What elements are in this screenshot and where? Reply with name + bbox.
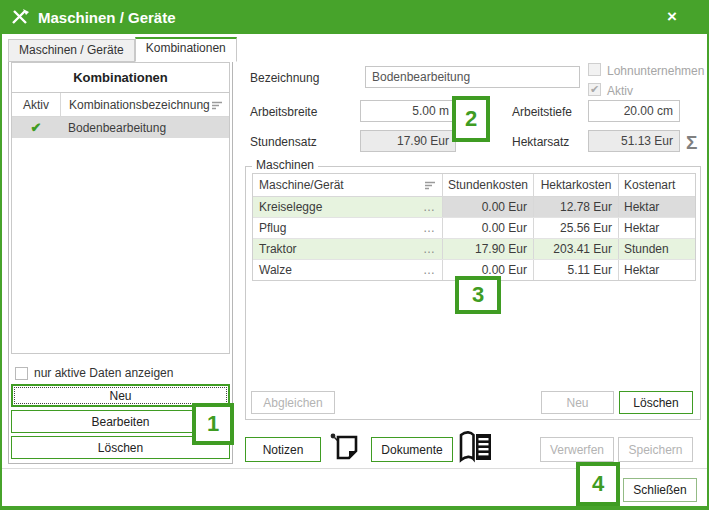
arbeitsbreite-input[interactable]: 5.00 m <box>360 100 456 122</box>
cell-maschine: Walze … <box>253 260 443 280</box>
cell-stundenkosten: 17.90 Eur <box>443 239 534 259</box>
cell-stundenkosten: 0.00 Eur <box>443 197 534 217</box>
cell-maschine: Kreiselegge … <box>253 197 443 217</box>
row-actions-ellipsis[interactable]: … <box>423 263 436 277</box>
maschine-name: Kreiselegge <box>259 200 322 214</box>
cell-hektarkosten: 12.78 Eur <box>534 197 619 217</box>
table-row-kreiselegge[interactable]: Kreiselegge … 0.00 Eur 12.78 Eur Hektar <box>253 197 695 218</box>
arbeitstiefe-label: Arbeitstiefe <box>512 105 572 119</box>
speichern-button[interactable]: Speichern <box>618 437 693 462</box>
note-icon <box>326 429 362 469</box>
kombination-list-item[interactable]: ✔ Bodenbearbeitung <box>12 117 229 138</box>
cell-kostenart: Hektar <box>619 197 695 217</box>
cell-maschine: Traktor … <box>253 239 443 259</box>
sum-sigma-icon[interactable]: Σ <box>686 132 697 154</box>
maschinen-group-legend: Maschinen <box>252 158 318 172</box>
close-icon[interactable]: × <box>667 7 677 27</box>
maschinen-loeschen-button[interactable]: Löschen <box>619 391 693 414</box>
table-row-traktor[interactable]: Traktor … 17.90 Eur 203.41 Eur Stunden <box>253 239 695 260</box>
arbeitstiefe-input[interactable]: 20.00 cm <box>588 100 680 122</box>
annotation-badge-3: 3 <box>455 276 501 314</box>
aktiv-checkbox-check-icon: ✔ <box>590 84 599 95</box>
sort-icon[interactable] <box>424 180 436 190</box>
verwerfen-button[interactable]: Verwerfen <box>540 437 614 462</box>
abgleichen-button[interactable]: Abgleichen <box>251 391 335 414</box>
cell-hektarkosten: 5.11 Eur <box>534 260 619 280</box>
maschinen-neu-button[interactable]: Neu <box>541 391 614 414</box>
column-header-maschine-geraet[interactable]: Maschine/Gerät <box>253 174 443 196</box>
notizen-button[interactable]: Notizen <box>245 437 321 462</box>
window-title: Maschinen / Geräte <box>38 9 176 26</box>
column-header-aktiv[interactable]: Aktiv <box>12 93 61 116</box>
column-header-hektarkosten[interactable]: Hektarkosten <box>534 174 619 196</box>
aktiv-check-icon: ✔ <box>12 120 60 135</box>
maschine-name: Traktor <box>259 242 297 256</box>
sort-icon[interactable] <box>211 100 223 110</box>
title-bar: Maschinen / Geräte × <box>0 0 709 34</box>
column-header-label: Maschine/Gerät <box>259 178 344 192</box>
nur-aktive-checkbox[interactable] <box>15 367 28 380</box>
arbeitsbreite-label: Arbeitsbreite <box>250 105 317 119</box>
crossed-tools-icon <box>10 8 30 26</box>
maschinen-geraete-dialog: Maschinen / Geräte × Maschinen / Geräte … <box>0 0 709 510</box>
tab-bar: Maschinen / Geräte Kombinationen <box>8 37 237 62</box>
documents-book-icon <box>456 429 498 471</box>
window-border-left <box>0 0 2 510</box>
kombinationen-list-header: Aktiv Kombinationsbezeichnung <box>12 93 229 117</box>
cell-hektarkosten: 25.56 Eur <box>534 218 619 238</box>
column-header-label: Kombinationsbezeichnung <box>69 98 210 112</box>
cell-hektarkosten: 203.41 Eur <box>534 239 619 259</box>
bezeichnung-label: Bezeichnung <box>250 71 319 85</box>
filter-row: nur aktive Daten anzeigen <box>15 366 228 380</box>
cell-kostenart: Hektar <box>619 260 695 280</box>
column-header-kostenart[interactable]: Kostenart <box>619 174 695 196</box>
table-row-pflug[interactable]: Pflug … 0.00 Eur 25.56 Eur Hektar <box>253 218 695 239</box>
kombinationen-list-title: Kombinationen <box>12 63 229 93</box>
cell-kostenart: Stunden <box>619 239 695 259</box>
row-actions-ellipsis[interactable]: … <box>423 200 436 214</box>
window-border-bottom <box>0 506 709 510</box>
bezeichnung-input[interactable]: Bodenbearbeitung <box>365 66 580 88</box>
column-header-kombinationsbezeichnung[interactable]: Kombinationsbezeichnung <box>61 98 229 112</box>
hektarsatz-field: 51.13 Eur <box>588 130 680 152</box>
maschine-name: Pflug <box>259 221 286 235</box>
nur-aktive-label: nur aktive Daten anzeigen <box>34 366 173 380</box>
kombinationen-list: Kombinationen Aktiv Kombinationsbezeichn… <box>11 62 230 354</box>
row-actions-ellipsis[interactable]: … <box>423 242 436 256</box>
aktiv-label: Aktiv <box>607 84 633 98</box>
maschinen-table-header: Maschine/Gerät Stundenkosten Hektarkoste… <box>253 174 695 197</box>
annotation-badge-2: 2 <box>452 96 490 142</box>
kombination-name: Bodenbearbeitung <box>60 121 229 135</box>
hektarsatz-label: Hektarsatz <box>512 135 569 149</box>
annotation-badge-4: 4 <box>576 462 620 506</box>
lohnunternehmen-checkbox[interactable] <box>588 63 601 76</box>
cell-maschine: Pflug … <box>253 218 443 238</box>
cell-stundenkosten: 0.00 Eur <box>443 218 534 238</box>
schliessen-button[interactable]: Schließen <box>623 478 697 502</box>
maschine-name: Walze <box>259 263 292 277</box>
dokumente-button[interactable]: Dokumente <box>371 437 453 462</box>
stundensatz-field: 17.90 Eur <box>360 130 456 152</box>
stundensatz-label: Stundensatz <box>250 135 317 149</box>
aktiv-checkbox[interactable]: ✔ <box>588 83 601 96</box>
tab-kombinationen[interactable]: Kombinationen <box>135 37 237 62</box>
column-header-stundenkosten[interactable]: Stundenkosten <box>443 174 534 196</box>
tab-maschinen-geraete[interactable]: Maschinen / Geräte <box>8 39 135 62</box>
annotation-badge-1: 1 <box>192 403 234 445</box>
lohnunternehmen-label: Lohnunternehmen <box>607 64 704 78</box>
row-actions-ellipsis[interactable]: … <box>423 221 436 235</box>
maschinen-table: Maschine/Gerät Stundenkosten Hektarkoste… <box>252 173 696 281</box>
list-empty-area <box>12 138 229 353</box>
cell-kostenart: Hektar <box>619 218 695 238</box>
